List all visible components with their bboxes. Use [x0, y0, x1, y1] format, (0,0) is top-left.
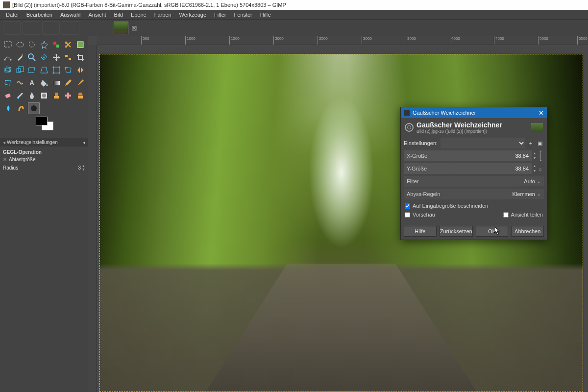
radius-spin-up[interactable]: ▲ — [82, 164, 85, 168]
free-select-tool[interactable] — [26, 39, 38, 50]
cage-tool[interactable] — [2, 77, 14, 89]
rotate-tool[interactable] — [2, 64, 14, 76]
dialog-icon — [404, 110, 410, 116]
dialog-close-icon[interactable]: ✕ — [539, 109, 544, 117]
settings-combo[interactable] — [441, 138, 525, 148]
menu-bar: Datei Bearbeiten Auswahl Ansicht Bild Eb… — [0, 10, 588, 20]
image-tab-thumb[interactable] — [114, 22, 128, 34]
tab-close-icon[interactable]: ⊠ — [131, 24, 137, 32]
y-spin-down[interactable]: ▼ — [532, 169, 537, 173]
menu-bearbeiten[interactable]: Bearbeiten — [23, 11, 56, 19]
zoom-tool[interactable] — [26, 51, 38, 63]
tool-options-body: GEGL-Operation ✕ Abtastgröße Radius 3 ▲▼ — [0, 147, 88, 174]
heal-tool[interactable] — [63, 90, 74, 101]
perspective-tool[interactable] — [39, 64, 50, 76]
abyss-row[interactable]: Abyss-Regeln Klemmen⌄ — [404, 189, 544, 199]
eraser-tool[interactable] — [2, 90, 14, 101]
align-tool[interactable] — [63, 51, 74, 63]
ink-tool[interactable] — [26, 90, 38, 101]
filter-value: Auto — [524, 178, 535, 184]
menu-werkzeuge[interactable]: Werkzeuge — [175, 11, 210, 19]
settings-menu-icon[interactable]: ▣ — [536, 138, 544, 148]
reset-button[interactable]: Zurücksetzen — [440, 226, 473, 237]
help-button[interactable]: Hilfe — [404, 226, 437, 237]
warp-tool[interactable] — [15, 77, 26, 89]
svg-rect-0 — [4, 42, 11, 47]
link-xy-icon[interactable]: ⎡⎣ — [537, 151, 544, 160]
dodge-burn-tool[interactable] — [28, 102, 40, 114]
gegl-operation-label: GEGL-Operation — [3, 148, 85, 156]
flip-tool[interactable] — [74, 64, 86, 76]
vertical-ruler[interactable] — [88, 45, 97, 392]
color-picker-tool[interactable] — [15, 51, 26, 63]
scissors-tool[interactable] — [63, 39, 74, 50]
x-spin-down[interactable]: ▼ — [532, 156, 537, 161]
airbrush-tool[interactable] — [15, 90, 26, 101]
menu-ebene[interactable]: Ebene — [127, 11, 150, 19]
svg-point-1 — [17, 42, 24, 47]
cancel-button[interactable]: Abbrechen — [511, 226, 544, 237]
clip-checkbox[interactable] — [405, 203, 410, 209]
filter-row[interactable]: Filter Auto⌄ — [404, 176, 544, 187]
clone-tool[interactable] — [50, 90, 62, 101]
clip-checkbox-row[interactable]: Auf Eingabegröße beschneiden — [404, 201, 544, 210]
x-size-input[interactable]: 38,84 — [449, 150, 532, 161]
menu-hilfe[interactable]: Hilfe — [256, 11, 275, 19]
paintbrush-tool[interactable] — [74, 77, 86, 89]
tool-options-header: ◂Werkzeugeinstellungen ◂ — [0, 138, 88, 147]
svg-text:A: A — [29, 79, 34, 87]
x-spin-up[interactable]: ▲ — [532, 151, 537, 156]
horizontal-ruler[interactable]: 500 1000 1500 2000 2500 3000 3500 4000 4… — [97, 36, 588, 45]
menu-auswahl[interactable]: Auswahl — [56, 11, 85, 19]
collapse-x-icon[interactable]: ✕ — [3, 157, 7, 162]
unit-icon[interactable]: ⌂ — [537, 166, 544, 172]
ellipse-select-tool[interactable] — [15, 39, 26, 50]
menu-fenster[interactable]: Fenster — [230, 11, 256, 19]
menu-datei[interactable]: Datei — [2, 11, 23, 19]
split-view-checkbox-row[interactable]: Ansicht teilen — [502, 210, 544, 219]
menu-farben[interactable]: Farben — [150, 11, 175, 19]
gimp-logo-icon — [405, 123, 414, 132]
unified-transform-tool[interactable] — [50, 64, 62, 76]
menu-ansicht[interactable]: Ansicht — [84, 11, 110, 19]
y-size-input[interactable]: 38,84 — [449, 163, 532, 174]
preview-checkbox[interactable] — [405, 212, 410, 218]
smudge-tool[interactable] — [15, 102, 27, 114]
x-size-row: X-Größe 38,84 ▲▼ ⎡⎣ — [404, 150, 544, 161]
panel-menu-icon[interactable]: ◂ — [83, 140, 85, 145]
fuzzy-select-tool[interactable] — [39, 39, 50, 50]
fg-bg-colors[interactable] — [32, 117, 56, 134]
ok-button[interactable]: OK — [476, 226, 509, 237]
radius-value[interactable]: 3 — [78, 165, 81, 171]
y-spin-up[interactable]: ▲ — [532, 164, 537, 169]
scale-tool[interactable] — [15, 64, 26, 76]
menu-filter[interactable]: Filter — [210, 11, 230, 19]
crop-tool[interactable] — [74, 51, 86, 63]
settings-add-icon[interactable]: + — [527, 138, 535, 148]
svg-point-30 — [17, 98, 18, 98]
text-tool[interactable]: A — [26, 77, 38, 89]
svg-point-33 — [42, 94, 46, 98]
mypaint-brush-tool[interactable] — [39, 90, 50, 101]
chevron-down-icon: ⌄ — [537, 179, 541, 184]
preview-checkbox-row[interactable]: Vorschau — [404, 210, 436, 219]
move-tool[interactable] — [50, 51, 62, 63]
handle-transform-tool[interactable] — [63, 64, 74, 76]
gradient-tool[interactable] — [50, 77, 62, 89]
paths-tool[interactable] — [2, 51, 14, 63]
foreground-select-tool[interactable] — [74, 39, 86, 50]
measure-tool[interactable]: A — [39, 51, 50, 63]
shear-tool[interactable] — [26, 64, 38, 76]
radius-spin-down[interactable]: ▼ — [82, 168, 85, 171]
perspective-clone-tool[interactable] — [74, 90, 86, 101]
dialog-titlebar[interactable]: Gaußscher Weichzeichner ✕ — [401, 107, 547, 118]
menu-bild[interactable]: Bild — [110, 11, 127, 19]
color-select-tool[interactable] — [50, 39, 62, 50]
svg-rect-16 — [6, 67, 11, 72]
pencil-tool[interactable] — [63, 77, 74, 89]
rect-select-tool[interactable] — [2, 39, 14, 50]
bucket-fill-tool[interactable] — [39, 77, 50, 89]
split-view-checkbox[interactable] — [503, 212, 509, 218]
foreground-color[interactable] — [36, 117, 48, 125]
blur-tool[interactable] — [2, 102, 14, 114]
